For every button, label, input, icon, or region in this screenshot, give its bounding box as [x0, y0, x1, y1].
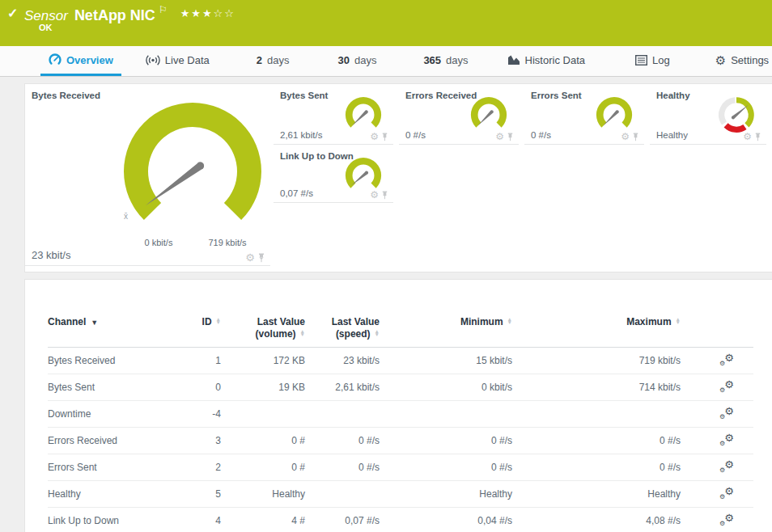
cell-channel[interactable]: Bytes Received — [48, 348, 171, 374]
gauge-card[interactable]: Bytes Sent 2,61 kbit/s ⚙ — [274, 84, 393, 145]
channel-table-panel: Channel▼ ID▲▼ Last Value (volume)▲▼ Last… — [24, 279, 772, 532]
pin-icon[interactable] — [507, 133, 514, 141]
column-header-minimum[interactable]: Minimum▲▼ — [386, 298, 519, 348]
cell-id: 0 — [171, 374, 227, 401]
column-header-channel[interactable]: Channel▼ — [48, 298, 171, 348]
cell-last-value-volume: 19 KB — [227, 374, 312, 401]
gauge-scale-max: 719 kbit/s — [195, 238, 260, 247]
cell-id: 1 — [171, 348, 227, 374]
tab-log[interactable]: Log — [627, 46, 678, 76]
cell-channel[interactable]: Downtime — [48, 401, 171, 428]
cell-minimum: 0,04 #/s — [386, 508, 519, 532]
cell-minimum: 0 kbit/s — [386, 374, 519, 401]
gauge-value: 23 kbit/s — [32, 249, 70, 261]
channel-settings-icon[interactable]: ⚙ ⚙ — [719, 380, 734, 393]
pin-icon[interactable] — [257, 253, 265, 263]
pin-icon[interactable] — [381, 191, 388, 200]
cell-id: 2 — [171, 454, 227, 481]
cell-id: -4 — [171, 401, 227, 428]
gauge-settings-icon[interactable]: ⚙ — [370, 190, 379, 200]
cell-minimum — [386, 401, 519, 428]
channel-settings-icon[interactable]: ⚙ ⚙ — [719, 487, 734, 500]
pin-icon[interactable] — [381, 133, 388, 141]
gauge-settings-icon[interactable]: ⚙ — [245, 252, 255, 263]
cell-id: 3 — [171, 428, 227, 454]
average-marker: x̄ — [124, 212, 128, 221]
gauge-card[interactable]: Healthy Healthy ⚙ — [650, 84, 766, 145]
cell-channel[interactable]: Errors Sent — [48, 454, 171, 481]
cell-last-value-volume: 0 # — [227, 454, 312, 481]
tab-365-days[interactable]: 365days — [415, 46, 476, 76]
gauges-panel: Bytes Received x̄ 0 kbit/s 719 kbit/s 23… — [24, 83, 772, 272]
tab-overview[interactable]: Overview — [40, 46, 121, 76]
log-icon — [635, 55, 647, 65]
cell-last-value-speed: 23 kbit/s — [312, 348, 386, 374]
tab-bar: Overview Live Data 2days 30days 365days … — [0, 46, 772, 77]
cell-last-value-speed — [312, 481, 386, 508]
priority-stars[interactable]: ★★★☆☆ — [180, 7, 235, 19]
gauge-value: 0 #/s — [405, 130, 426, 140]
gauge-settings-icon[interactable]: ⚙ — [495, 132, 504, 141]
primary-gauge — [116, 95, 269, 248]
column-header-last-value-speed[interactable]: Last Value (speed)▲▼ — [312, 298, 386, 348]
gauge-settings-icon[interactable]: ⚙ — [621, 132, 630, 141]
gauge-value: Healthy — [656, 130, 688, 140]
cell-maximum: 0 #/s — [519, 454, 687, 481]
channel-settings-icon[interactable]: ⚙ ⚙ — [719, 407, 734, 420]
cell-minimum: 15 kbit/s — [386, 348, 519, 374]
tab-label: Log — [652, 54, 670, 66]
gear-icon: ⚙ — [715, 54, 726, 66]
cell-id: 5 — [171, 481, 227, 508]
cell-channel[interactable]: Bytes Sent — [48, 374, 171, 401]
channel-settings-icon[interactable]: ⚙ ⚙ — [719, 460, 734, 473]
table-row[interactable]: Downtime -4 ⚙ ⚙ — [48, 401, 753, 428]
cell-id: 4 — [171, 508, 227, 532]
cell-channel[interactable]: Healthy — [48, 481, 171, 508]
cell-maximum: 4,08 #/s — [519, 508, 687, 532]
cell-minimum: 0 #/s — [386, 428, 519, 454]
sort-icon: ▲▼ — [375, 330, 380, 337]
channel-settings-icon[interactable]: ⚙ ⚙ — [719, 353, 734, 366]
table-row[interactable]: Healthy 5 Healthy Healthy Healthy ⚙ ⚙ — [48, 481, 753, 508]
gauge-settings-icon[interactable]: ⚙ — [743, 132, 752, 141]
table-row[interactable]: Errors Sent 2 0 # 0 #/s 0 #/s 0 #/s ⚙ ⚙ — [48, 454, 753, 481]
status-gauge — [716, 95, 757, 135]
tab-settings[interactable]: ⚙ Settings — [707, 46, 772, 76]
flag-icon[interactable]: ⚐ — [159, 4, 168, 15]
gauge-card[interactable]: Errors Sent 0 #/s ⚙ — [524, 84, 644, 145]
tab-historic-data[interactable]: Historic Data — [499, 46, 593, 76]
cell-channel[interactable]: Link Up to Down — [48, 508, 171, 532]
status-badge: OK — [39, 23, 53, 32]
gauge-settings-icon[interactable]: ⚙ — [370, 132, 379, 141]
column-header-id[interactable]: ID▲▼ — [171, 298, 227, 348]
table-row[interactable]: Bytes Sent 0 19 KB 2,61 kbit/s 0 kbit/s … — [48, 374, 753, 401]
table-row[interactable]: Link Up to Down 4 4 # 0,07 #/s 0,04 #/s … — [48, 508, 753, 532]
pin-icon[interactable] — [754, 133, 761, 141]
tab-30-days[interactable]: 30days — [329, 46, 384, 76]
table-row[interactable]: Bytes Received 1 172 KB 23 kbit/s 15 kbi… — [48, 348, 753, 374]
tab-live-data[interactable]: Live Data — [138, 46, 218, 76]
cell-maximum: Healthy — [519, 481, 687, 508]
sort-icon: ▲▼ — [507, 318, 512, 325]
channel-settings-icon[interactable]: ⚙ ⚙ — [719, 433, 734, 446]
tab-2-days[interactable]: 2days — [248, 46, 298, 76]
gauge-icon — [49, 53, 62, 66]
table-row[interactable]: Errors Received 3 0 # 0 #/s 0 #/s 0 #/s … — [48, 428, 753, 454]
cell-channel[interactable]: Errors Received — [48, 428, 171, 454]
channel-settings-icon[interactable]: ⚙ ⚙ — [719, 513, 734, 526]
gauge-card[interactable]: Errors Received 0 #/s ⚙ — [399, 84, 519, 145]
gauge-card[interactable]: Link Up to Down 0,07 #/s ⚙ — [274, 145, 393, 203]
small-gauge — [343, 95, 384, 135]
gauge-value: 2,61 kbit/s — [280, 130, 322, 140]
sensor-header: ✓ SensorNetApp NIC⚐★★★☆☆ OK — [0, 0, 772, 46]
pin-icon[interactable] — [632, 133, 639, 141]
sort-desc-icon: ▼ — [91, 319, 98, 327]
cell-last-value-speed — [312, 401, 386, 428]
channel-table: Channel▼ ID▲▼ Last Value (volume)▲▼ Last… — [48, 298, 753, 532]
sort-icon: ▲▼ — [676, 318, 681, 325]
tab-label: Historic Data — [525, 54, 585, 66]
column-header-maximum[interactable]: Maximum▲▼ — [519, 298, 687, 348]
cell-last-value-volume: Healthy — [227, 481, 312, 508]
cell-maximum — [519, 401, 687, 428]
column-header-last-value-volume[interactable]: Last Value (volume)▲▼ — [227, 298, 312, 348]
